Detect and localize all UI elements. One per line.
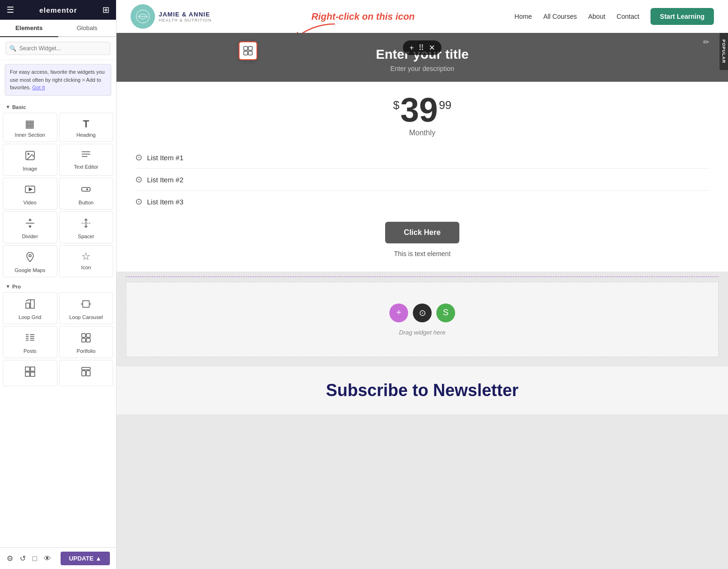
settings-icon[interactable]: ⚙ [7, 554, 13, 563]
widget-video[interactable]: Video [3, 178, 57, 210]
list-item-3-text: List Item #3 [147, 198, 184, 206]
price-amount: $ 39 99 [135, 93, 709, 127]
widget-icon[interactable]: ☆ Icon [59, 245, 114, 277]
portfolio-label: Portfolio [77, 348, 95, 354]
loop-carousel-icon [80, 298, 92, 312]
widget-loop-carousel[interactable]: Loop Carousel [59, 292, 114, 324]
svg-rect-39 [86, 371, 90, 376]
grid2-icon [80, 366, 92, 379]
grid-icon[interactable]: ⊞ [102, 5, 109, 15]
drag-icon-dark[interactable]: ⊙ [413, 304, 432, 322]
widget-text-editor[interactable]: Text Editor [59, 144, 114, 176]
tab-globals[interactable]: Globals [58, 20, 116, 37]
svg-rect-45 [244, 51, 248, 55]
text-editor-label: Text Editor [74, 164, 98, 170]
drag-widget-area[interactable]: + ⊙ S Drag widget here [126, 282, 719, 357]
search-input[interactable] [6, 42, 110, 55]
widget-icon-button[interactable] [239, 41, 257, 60]
widget-divider[interactable]: Divider [3, 211, 57, 243]
svg-rect-36 [31, 372, 35, 376]
search-icon: 🔍 [9, 45, 16, 52]
svg-rect-16 [26, 303, 30, 308]
logo-tagline: HEALTH & NUTRITION [159, 18, 212, 23]
dashed-border [126, 276, 719, 277]
widget-grid2[interactable] [59, 360, 114, 386]
posts-label: Posts [23, 348, 37, 354]
nav-contact[interactable]: Contact [617, 13, 639, 20]
drag-icon-green[interactable]: S [436, 304, 455, 322]
svg-rect-35 [25, 372, 30, 376]
drag-icon-purple[interactable]: + [389, 304, 408, 322]
panel-topbar: ☰ elementor ⊞ [0, 0, 116, 20]
logo-name: JAMIE & ANNIE [159, 11, 212, 18]
toolbar-close-icon[interactable]: ✕ [429, 43, 435, 52]
tip-link[interactable]: Got It [32, 85, 45, 90]
popular-badge: POPULAR [720, 33, 728, 70]
icon-widget-icon: ☆ [81, 251, 91, 262]
main-content: JAMIE & ANNIE HEALTH & NUTRITION Right-c… [116, 0, 728, 569]
hamburger-icon[interactable]: ☰ [7, 5, 14, 15]
toolbar-plus-icon[interactable]: + [410, 44, 414, 52]
widget-image[interactable]: Image [3, 144, 57, 176]
widget-list: ▼ Basic ▦ Inner Section T Heading Image [0, 100, 116, 569]
svg-marker-11 [29, 219, 31, 220]
svg-rect-38 [82, 371, 85, 376]
posts-icon [24, 332, 36, 345]
price-integer: 39 [400, 93, 438, 127]
divider-label: Divider [22, 234, 38, 239]
toolbar-strip: + ⠿ ✕ [403, 40, 441, 55]
widget-grid1[interactable] [3, 360, 57, 386]
preview-icon[interactable]: 👁 [44, 554, 51, 563]
price-decimal: 99 [439, 99, 451, 112]
svg-rect-33 [25, 367, 30, 371]
svg-rect-32 [86, 338, 90, 342]
inner-section-label: Inner Section [15, 132, 45, 138]
structure-icon[interactable]: □ [32, 554, 37, 563]
pro-label: Pro [12, 284, 21, 289]
widget-button[interactable]: Button [59, 178, 114, 210]
edit-icon[interactable]: ✏ [703, 38, 709, 47]
start-learning-button[interactable]: Start Learning [651, 8, 714, 25]
svg-rect-17 [31, 300, 34, 308]
widget-loop-grid[interactable]: Loop Grid [3, 292, 57, 324]
svg-rect-18 [83, 301, 89, 307]
nav-home[interactable]: Home [514, 13, 532, 20]
widget-spacer[interactable]: Spacer [59, 211, 114, 243]
widget-heading[interactable]: T Heading [59, 113, 114, 142]
tip-banner: For easy access, favorite the widgets yo… [5, 64, 111, 96]
nav-about[interactable]: About [588, 13, 605, 20]
heading-label: Heading [77, 132, 96, 138]
toolbar-move-icon[interactable]: ⠿ [418, 43, 424, 52]
pro-widget-grid: Loop Grid Loop Carousel Posts Portfolio [3, 292, 113, 386]
loop-carousel-label: Loop Carousel [69, 314, 103, 320]
panel-tabs: Elements Globals [0, 20, 116, 37]
basic-section-title: ▼ Basic [3, 100, 113, 113]
price-text-element: This is text element [135, 250, 709, 257]
list-item-1-text: List Item #1 [147, 154, 184, 162]
image-icon [24, 150, 36, 163]
price-list: ⊙ List Item #1 ⊙ List Item #2 ⊙ List Ite… [135, 147, 709, 212]
price-cta-button[interactable]: Click Here [385, 222, 459, 243]
widget-portfolio[interactable]: Portfolio [59, 326, 114, 358]
svg-rect-30 [86, 334, 90, 337]
svg-marker-12 [29, 226, 31, 227]
nav-all-courses[interactable]: All Courses [543, 13, 577, 20]
tab-elements[interactable]: Elements [0, 20, 58, 37]
left-panel: ☰ elementor ⊞ Elements Globals 🔍 For eas… [0, 0, 116, 569]
update-button[interactable]: UPDATE ▲ [61, 552, 110, 565]
widget-posts[interactable]: Posts [3, 326, 57, 358]
basic-label: Basic [12, 104, 26, 110]
svg-rect-34 [31, 367, 35, 371]
widget-inner-section[interactable]: ▦ Inner Section [3, 113, 57, 142]
widget-google-maps[interactable]: Google Maps [3, 245, 57, 277]
spacer-icon [80, 218, 92, 231]
price-dollar: $ [393, 99, 399, 112]
video-icon [24, 184, 36, 197]
svg-rect-44 [248, 47, 252, 50]
price-section: Enter your title Enter your description … [116, 33, 728, 272]
price-desc: Enter your description [126, 65, 719, 72]
icon-label: Icon [81, 265, 91, 270]
history-icon[interactable]: ↺ [20, 554, 26, 563]
list-item-2-text: List Item #2 [147, 176, 184, 184]
list-item: ⊙ List Item #1 [135, 147, 709, 169]
